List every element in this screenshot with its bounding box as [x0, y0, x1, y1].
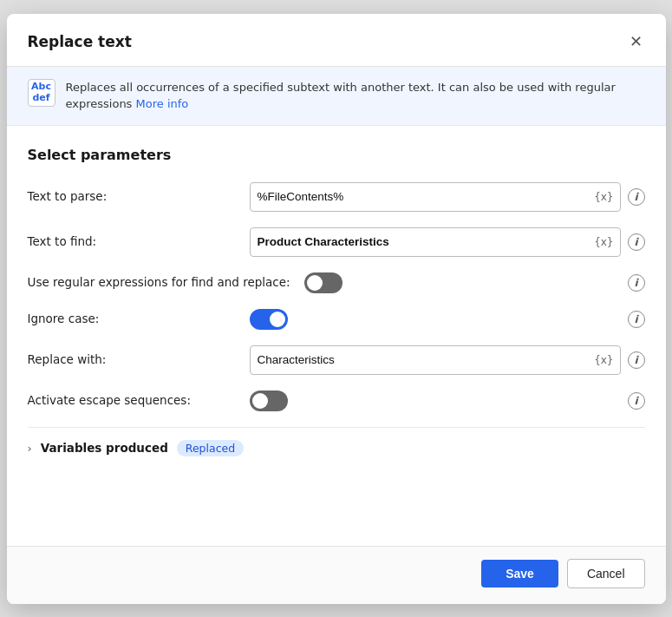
- info-banner: Abcdef Replaces all occurrences of a spe…: [7, 67, 666, 126]
- regex-control: i: [304, 272, 645, 293]
- close-icon: ✕: [630, 32, 643, 51]
- ignore-case-info-icon[interactable]: i: [628, 311, 645, 328]
- regex-toggle[interactable]: [304, 272, 343, 293]
- text-to-find-input-wrapper: {x}: [250, 227, 621, 257]
- text-to-find-label: Text to find:: [28, 233, 236, 250]
- dialog-header: Replace text ✕: [7, 14, 666, 67]
- replaced-badge[interactable]: Replaced: [177, 440, 244, 456]
- variables-chevron-icon[interactable]: ›: [28, 442, 32, 455]
- section-title: Select parameters: [28, 147, 645, 163]
- cancel-button[interactable]: Cancel: [567, 559, 645, 588]
- regex-info-icon[interactable]: i: [628, 274, 645, 292]
- replace-text-icon: Abcdef: [28, 79, 55, 107]
- text-to-find-input[interactable]: [250, 227, 621, 257]
- escape-sequences-label: Activate escape sequences:: [28, 392, 236, 409]
- replace-with-label: Replace with:: [28, 351, 236, 368]
- param-row-ignore-case: Ignore case: i: [28, 309, 645, 330]
- text-to-find-control: {x} i: [250, 227, 645, 257]
- param-row-text-to-find: Text to find: {x} i: [28, 227, 645, 257]
- dialog-body: Select parameters Text to parse: {x} i T…: [7, 126, 666, 546]
- text-to-parse-input[interactable]: [250, 182, 621, 212]
- text-to-find-info-icon[interactable]: i: [628, 233, 645, 251]
- text-to-parse-control: {x} i: [250, 182, 645, 212]
- replace-with-control: {x} i: [250, 345, 645, 375]
- ignore-case-label: Ignore case:: [28, 311, 236, 327]
- ignore-case-control: i: [250, 309, 645, 330]
- ignore-case-toggle-wrapper: [250, 309, 288, 330]
- close-button[interactable]: ✕: [624, 30, 649, 54]
- more-info-link[interactable]: More info: [136, 97, 189, 110]
- banner-text: Replaces all occurrences of a specified …: [66, 79, 649, 113]
- replace-with-input[interactable]: [250, 345, 621, 375]
- param-row-escape-sequences: Activate escape sequences: i: [28, 391, 645, 411]
- escape-sequences-info-icon[interactable]: i: [628, 392, 645, 410]
- escape-sequences-toggle-wrapper: [250, 391, 288, 411]
- escape-sequences-control: i: [250, 391, 645, 411]
- param-row-text-to-parse: Text to parse: {x} i: [28, 182, 645, 212]
- text-to-parse-input-wrapper: {x}: [250, 182, 621, 212]
- text-to-parse-info-icon[interactable]: i: [628, 188, 645, 206]
- variables-produced-row: › Variables produced Replaced: [28, 427, 645, 456]
- param-row-replace-with: Replace with: {x} i: [28, 345, 645, 375]
- escape-sequences-toggle[interactable]: [250, 391, 288, 411]
- ignore-case-toggle[interactable]: [250, 309, 288, 330]
- replace-with-info-icon[interactable]: i: [628, 351, 645, 369]
- save-button[interactable]: Save: [481, 560, 558, 587]
- param-row-regex: Use regular expressions for find and rep…: [28, 272, 645, 293]
- text-to-parse-label: Text to parse:: [28, 188, 236, 205]
- replace-text-dialog: Replace text ✕ Abcdef Replaces all occur…: [7, 14, 666, 604]
- dialog-footer: Save Cancel: [7, 546, 666, 604]
- replace-with-input-wrapper: {x}: [250, 345, 621, 375]
- regex-toggle-wrapper: [304, 272, 343, 293]
- variables-produced-label[interactable]: Variables produced: [41, 441, 168, 455]
- dialog-title: Replace text: [28, 33, 132, 50]
- regex-label: Use regular expressions for find and rep…: [28, 274, 290, 291]
